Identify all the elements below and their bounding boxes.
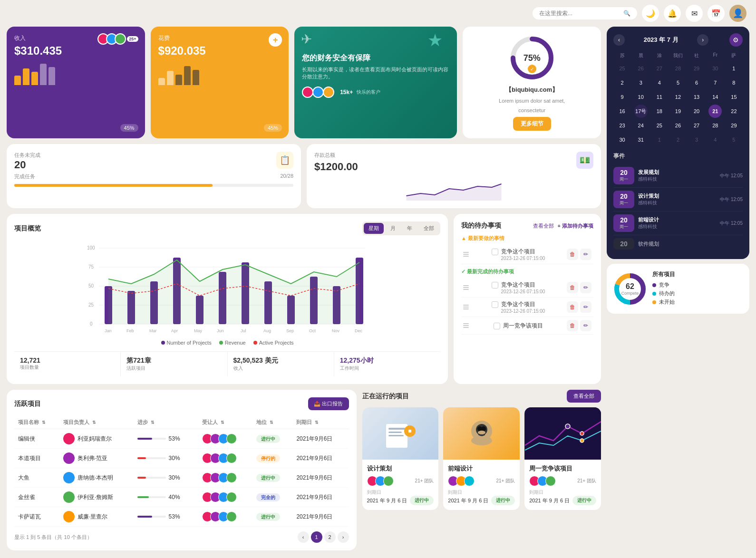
progress-bar-1 — [137, 457, 166, 459]
calendar-card: ‹ 2023 年 7 月 › ⚙ 苏 晨 涂 我们 社 Fr 萨 25 26 2… — [607, 27, 749, 259]
prev-month-button[interactable]: ‹ — [613, 34, 625, 46]
page-2-button[interactable]: 2 — [324, 531, 336, 543]
cal-day-18[interactable]: 18 — [653, 105, 666, 118]
cal-day-prev-25[interactable]: 25 — [616, 62, 629, 75]
add-expense-button[interactable]: + — [269, 33, 282, 47]
todo-edit-1[interactable]: ✏ — [580, 249, 591, 260]
todo-delete-3[interactable]: 🗑 — [567, 301, 578, 313]
cal-day-prev-26[interactable]: 26 — [634, 62, 648, 75]
cal-day-next-4[interactable]: 4 — [708, 133, 722, 146]
cal-day-20[interactable]: 20 — [690, 105, 703, 118]
view-all-link[interactable]: 查看全部 — [533, 222, 554, 230]
cal-day-19[interactable]: 19 — [671, 105, 685, 118]
cal-day-25[interactable]: 25 — [653, 119, 666, 132]
todo-edit-4[interactable]: ✏ — [580, 320, 591, 331]
cal-day-17[interactable]: 17号 — [634, 105, 648, 118]
cal-day-13[interactable]: 13 — [690, 90, 703, 104]
calendar-settings-button[interactable]: ⚙ — [729, 33, 743, 47]
cal-day-23[interactable]: 23 — [616, 119, 629, 132]
svg-text:Jul: Jul — [241, 328, 246, 333]
col-lead[interactable]: 项目负责人 ⇅ — [59, 416, 134, 429]
cal-day-26[interactable]: 26 — [671, 119, 685, 132]
cal-day-29[interactable]: 29 — [727, 119, 740, 132]
cal-day-next-5[interactable]: 5 — [727, 133, 740, 146]
mail-button[interactable]: ✉ — [686, 5, 703, 22]
expense-label: 花费 — [158, 34, 281, 42]
notifications-button[interactable]: 🔔 — [664, 5, 681, 22]
main-content: 收入 $310.435 25+ 45% — [0, 27, 756, 557]
cal-day-28[interactable]: 28 — [708, 119, 722, 132]
cal-day-15[interactable]: 15 — [727, 90, 740, 104]
cal-day-22[interactable]: 22 — [727, 105, 740, 118]
cal-day-7[interactable]: 7 — [708, 76, 722, 89]
drag-handle-2[interactable] — [463, 285, 469, 290]
cal-day-4[interactable]: 4 — [653, 76, 666, 89]
col-progress[interactable]: 进步 ⇅ — [134, 416, 198, 429]
export-button[interactable]: 📤 出口报告 — [308, 397, 349, 410]
cal-day-prev-29[interactable]: 29 — [690, 62, 703, 75]
drag-handle-3[interactable] — [463, 305, 469, 309]
cal-day-1[interactable]: 1 — [727, 62, 740, 75]
period-tab-year[interactable]: 年 — [402, 223, 417, 234]
cal-day-next-3[interactable]: 3 — [690, 133, 703, 146]
period-tab-week[interactable]: 星期 — [364, 223, 384, 234]
cal-day-14[interactable]: 14 — [708, 90, 722, 104]
stat-projects: 12,721 项目数量 — [14, 352, 121, 376]
search-input[interactable] — [539, 10, 620, 17]
cal-day-prev-27[interactable]: 27 — [653, 62, 666, 75]
col-due[interactable]: 到期日 ⇅ — [292, 416, 349, 429]
page-1-button[interactable]: 1 — [311, 531, 322, 543]
cal-day-16[interactable]: 16 — [616, 105, 629, 118]
cal-day-5[interactable]: 5 — [671, 76, 685, 89]
frontend-due-date: 2021 年 9 月 6 日 — [448, 497, 488, 504]
cal-day-8[interactable]: 8 — [727, 76, 740, 89]
moon-toggle[interactable]: 🌙 — [642, 5, 659, 22]
cal-day-prev-28[interactable]: 28 — [671, 62, 685, 75]
todo-delete-2[interactable]: 🗑 — [567, 282, 578, 293]
cal-day-next-1[interactable]: 1 — [653, 133, 666, 146]
add-todo-button[interactable]: + 添加待办事项 — [558, 222, 593, 230]
cal-day-11[interactable]: 11 — [653, 90, 666, 104]
todo-edit-2[interactable]: ✏ — [580, 282, 591, 293]
cal-day-21-today[interactable]: 21 — [708, 105, 722, 118]
todo-checkbox-2[interactable] — [492, 282, 498, 289]
period-tab-all[interactable]: 全部 — [419, 223, 439, 234]
todo-edit-3[interactable]: ✏ — [580, 301, 591, 313]
cal-day-next-2[interactable]: 2 — [671, 133, 685, 146]
next-page-button[interactable]: › — [338, 531, 349, 543]
drag-handle-1[interactable] — [463, 252, 469, 257]
todo-checkbox-1[interactable] — [492, 249, 498, 255]
search-box[interactable]: 🔍 — [533, 7, 637, 19]
cal-day-3[interactable]: 3 — [634, 76, 648, 89]
user-avatar[interactable]: 👤 — [729, 5, 746, 22]
cal-day-prev-30[interactable]: 30 — [708, 62, 722, 75]
cell-progress-0: 53% — [134, 429, 198, 449]
todo-delete-4[interactable]: 🗑 — [567, 320, 578, 331]
cal-day-31[interactable]: 31 — [634, 133, 648, 146]
col-status[interactable]: 地位 ⇅ — [252, 416, 293, 429]
todo-checkbox-3[interactable] — [492, 301, 498, 308]
period-tab-month[interactable]: 月 — [386, 223, 400, 234]
assignees-1 — [202, 453, 249, 463]
todo-delete-1[interactable]: 🗑 — [567, 249, 578, 260]
detail-button[interactable]: 更多细节 — [513, 117, 551, 131]
calendar-button[interactable]: 📅 — [708, 5, 725, 22]
view-all-button[interactable]: 查看全部 — [567, 390, 601, 403]
lead-name-3: 伊利亚·詹姆斯 — [78, 493, 113, 501]
drag-handle-4[interactable] — [463, 323, 469, 328]
cal-day-24[interactable]: 24 — [634, 119, 648, 132]
cal-day-6[interactable]: 6 — [690, 76, 703, 89]
cal-day-10[interactable]: 10 — [634, 90, 648, 104]
next-month-button[interactable]: › — [697, 34, 708, 46]
promo-avatars: 15k+ 快乐的客户 — [302, 87, 449, 98]
todo-checkbox-4[interactable] — [494, 323, 500, 329]
cal-day-2[interactable]: 2 — [616, 76, 629, 89]
cal-day-9[interactable]: 9 — [616, 90, 629, 104]
col-assignees[interactable]: 受让人 ⇅ — [198, 416, 252, 429]
cell-lead-2: 唐纳德·本杰明 — [59, 468, 134, 488]
cal-day-27[interactable]: 27 — [690, 119, 703, 132]
cal-day-30[interactable]: 30 — [616, 133, 629, 146]
col-name[interactable]: 项目名称 ⇅ — [14, 416, 59, 429]
prev-page-button[interactable]: ‹ — [298, 531, 309, 543]
cal-day-12[interactable]: 12 — [671, 90, 685, 104]
